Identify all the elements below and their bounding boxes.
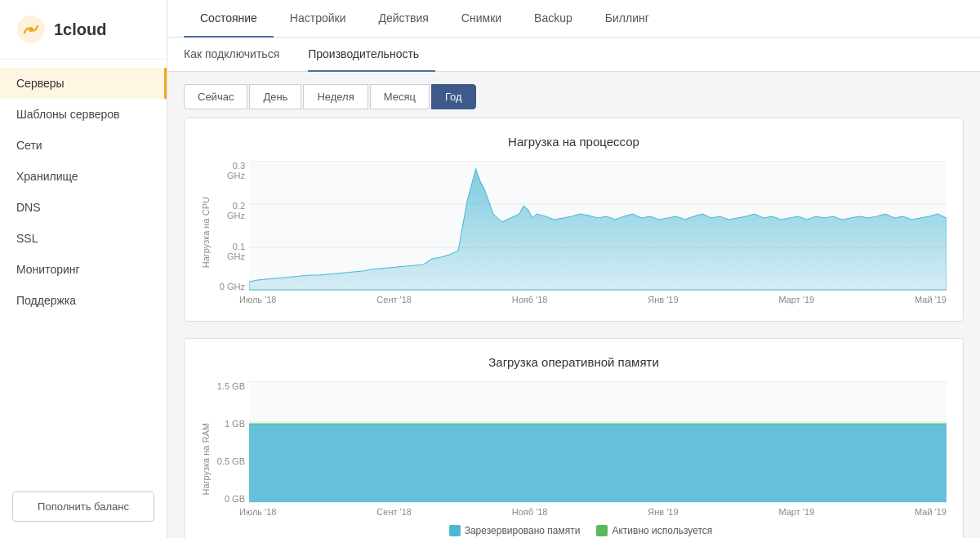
cpu-y-tick-0: 0 GHz [215,282,245,291]
cpu-chart-card: Нагрузка на процессор Нагрузка на CPU 0.… [184,118,964,322]
cpu-x-nov: Нояб '18 [512,295,548,305]
sidebar-item-storage[interactable]: Хранилище [0,161,167,192]
sidebar-item-support[interactable]: Поддержка [0,285,167,316]
ram-x-jan: Янв '19 [648,507,678,517]
logo-area: 1cloud [0,0,167,60]
ram-y-tick-2: 1 GB [215,419,245,429]
ram-chart-svg [249,381,947,504]
svg-point-1 [29,27,33,32]
sidebar-item-monitoring[interactable]: Мониторинг [0,254,167,285]
top-tabs-bar: Состояние Настройки Действия Снимки Back… [167,0,980,38]
tab-snapshots[interactable]: Снимки [445,0,518,38]
ram-x-sep: Сент '18 [376,507,412,517]
ram-chart-title: Загрузка оперативной памяти [201,355,947,369]
sidebar-bottom: Пополнить баланс [0,479,167,538]
cpu-x-labels: Июль '18 Сент '18 Нояб '18 Янв '19 Март … [215,291,947,305]
ram-y-tick-1: 0.5 GB [215,456,245,466]
charts-area: Нагрузка на процессор Нагрузка на CPU 0.… [167,118,980,538]
tab-actions[interactable]: Действия [363,0,445,38]
period-day[interactable]: День [249,84,301,109]
legend-active: Активно используется [596,525,712,536]
logo-icon [16,15,46,44]
period-week[interactable]: Неделя [303,84,368,109]
tab-status[interactable]: Состояние [184,0,274,38]
cpu-chart-inner: 0.3 GHz 0.2 GHz 0.1 GHz 0 GHz [215,161,947,305]
sidebar-item-templates[interactable]: Шаблоны серверов [0,99,167,130]
period-month[interactable]: Месяц [370,84,430,109]
subtab-performance[interactable]: Производительность [308,38,435,72]
subtab-connect[interactable]: Как подключиться [184,38,296,72]
top-up-button[interactable]: Пополнить баланс [12,491,154,522]
ram-chart-legend: Зарезервировано памяти Активно используе… [215,525,947,536]
sidebar-nav: Серверы Шаблоны серверов Сети Хранилище … [0,60,167,479]
sidebar-item-ssl[interactable]: SSL [0,223,167,254]
svg-rect-12 [249,424,947,502]
main-content: Состояние Настройки Действия Снимки Back… [167,0,980,538]
ram-x-mar: Март '19 [778,507,814,517]
ram-chart-card: Загрузка оперативной памяти Нагрузка на … [184,338,964,538]
ram-y-tick-0: 0 GB [215,494,245,504]
tab-backup[interactable]: Backup [518,0,589,38]
ram-x-jul: Июль '18 [239,507,276,517]
cpu-y-tick-3: 0.3 GHz [215,161,245,180]
legend-active-dot [596,525,608,536]
period-tabs-bar: Сейчас День Неделя Месяц Год [167,72,980,118]
ram-x-may: Май '19 [915,507,947,517]
ram-y-label: Нагрузка на RAM [201,423,211,496]
period-now[interactable]: Сейчас [184,84,247,109]
sidebar: 1cloud Серверы Шаблоны серверов Сети Хра… [0,0,167,538]
cpu-x-sep: Сент '18 [376,295,412,305]
cpu-y-tick-2: 0.2 GHz [215,201,245,220]
cpu-chart-title: Нагрузка на процессор [201,135,947,149]
ram-chart-inner: 1.5 GB 1 GB 0.5 GB 0 GB [215,381,947,536]
ram-x-labels: Июль '18 Сент '18 Нояб '18 Янв '19 Март … [215,504,947,517]
cpu-x-mar: Март '19 [778,295,814,305]
logo-text: 1cloud [54,20,106,39]
tab-settings[interactable]: Настройки [274,0,363,38]
ram-chart-container: Нагрузка на RAM 1.5 GB 1 GB 0.5 GB 0 GB [201,381,947,536]
cpu-y-tick-1: 0.1 GHz [215,242,245,261]
sub-tabs-bar: Как подключиться Производительность [167,38,980,72]
cpu-chart-container: Нагрузка на CPU 0.3 GHz 0.2 GHz 0.1 GHz … [201,161,947,305]
period-year[interactable]: Год [431,84,476,109]
legend-reserved-label: Зарезервировано памяти [465,525,581,536]
sidebar-item-dns[interactable]: DNS [0,192,167,223]
cpu-y-label: Нагрузка на CPU [201,197,211,268]
cpu-chart-svg [249,161,947,291]
cpu-x-jan: Янв '19 [648,295,678,305]
legend-reserved-dot [449,525,461,536]
legend-active-label: Активно используется [612,525,712,536]
sidebar-item-networks[interactable]: Сети [0,130,167,161]
cpu-x-jul: Июль '18 [239,295,276,305]
cpu-x-may: Май '19 [915,295,947,305]
ram-y-tick-3: 1.5 GB [215,381,245,391]
legend-reserved: Зарезервировано памяти [449,525,581,536]
sidebar-item-servers[interactable]: Серверы [0,68,167,99]
ram-x-nov: Нояб '18 [512,507,548,517]
tab-billing[interactable]: Биллинг [589,0,666,38]
